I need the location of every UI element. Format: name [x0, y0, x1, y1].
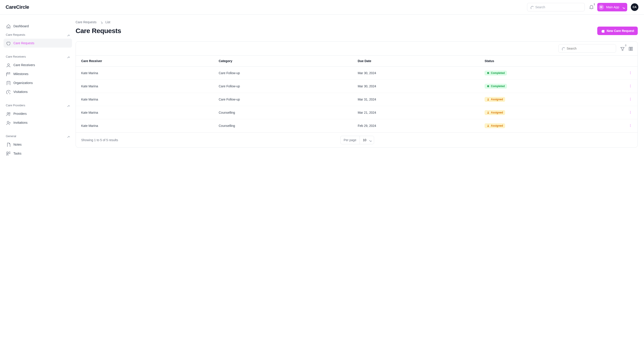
dots-vertical-icon [628, 97, 632, 101]
chevron-right-icon [99, 20, 103, 24]
status-badge: Assigned [484, 110, 505, 115]
global-search[interactable] [527, 3, 585, 11]
heart-icon [6, 41, 10, 45]
cell-due-date: Feb 29, 2024 [352, 119, 480, 133]
home-icon [6, 24, 10, 28]
app-switcher[interactable]: M Main App [597, 3, 627, 11]
sidebar-item-milestones[interactable]: Milestones [4, 69, 72, 78]
filter-button[interactable]: 0 [620, 46, 624, 51]
table-row[interactable]: Kate MarinaCounsellingMar 21, 2024Assign… [76, 106, 638, 119]
row-actions-button[interactable] [628, 111, 632, 115]
global-search-input[interactable] [535, 5, 582, 9]
user-icon [487, 98, 490, 101]
table-search-input[interactable] [567, 47, 613, 50]
building-icon [6, 81, 10, 85]
sidebar-item-label: Providers [14, 112, 26, 116]
column-header[interactable]: Status [479, 56, 623, 67]
search-icon [561, 47, 565, 50]
page-title: Care Requests [76, 27, 121, 35]
dots-vertical-icon [628, 71, 632, 75]
users-icon [6, 111, 10, 116]
row-actions-button[interactable] [628, 98, 632, 102]
filter-icon [620, 46, 624, 51]
svg-point-19 [487, 72, 489, 74]
cell-due-date: Mar 30, 2024 [352, 67, 480, 80]
sidebar-item-care-receivers[interactable]: Care Receivers [4, 60, 72, 69]
status-badge: Completed [484, 84, 507, 89]
sidebar-item-label: Tasks [14, 152, 22, 155]
cell-receiver: Kate Marina [76, 80, 213, 93]
dots-vertical-icon [628, 84, 632, 88]
app-switch-label: Main App [606, 5, 619, 9]
user-icon [487, 111, 490, 114]
cell-status: Assigned [479, 119, 623, 133]
table-row[interactable]: Kate MarinaCare Follow-upMar 30, 2024Com… [76, 80, 638, 93]
cell-due-date: Mar 21, 2024 [352, 106, 480, 119]
sidebar-section-label: Care Receivers [6, 55, 26, 58]
sidebar-item-label: Invitations [14, 121, 28, 124]
column-header[interactable]: Due Date [352, 56, 480, 67]
sidebar-item-visitations[interactable]: Visitations [4, 87, 72, 96]
calendar-icon [6, 72, 10, 76]
row-actions-button[interactable] [628, 124, 632, 128]
sidebar-section-header[interactable]: Care Providers [4, 101, 72, 109]
cell-status: Assigned [479, 106, 623, 119]
user-avatar[interactable]: CA [631, 3, 638, 11]
breadcrumb-parent[interactable]: Care Requests [76, 20, 96, 24]
sidebar-section-header[interactable]: Care Receivers [4, 52, 72, 60]
cell-category: Care Follow-up [213, 80, 352, 93]
sidebar-item-label: Milestones [14, 72, 28, 76]
sidebar-item-dashboard[interactable]: Dashboard [4, 22, 72, 31]
column-header[interactable]: Care Receiver [76, 56, 213, 67]
row-actions-button[interactable] [628, 72, 632, 75]
main: Care Requests List Care Requests New Car… [76, 14, 644, 352]
new-care-request-button[interactable]: New Care Request [597, 26, 638, 35]
app-switch-badge: M [598, 4, 604, 10]
notifications-button[interactable]: 1 [588, 4, 594, 10]
new-button-label: New Care Request [607, 29, 634, 33]
sidebar-item-notes[interactable]: Notes [4, 140, 72, 149]
sidebar-item-label: Notes [14, 143, 22, 146]
clock-icon [6, 90, 10, 94]
sidebar-item-organizations[interactable]: Organizations [4, 78, 72, 87]
sidebar-section-header[interactable]: General [4, 132, 72, 140]
columns-button[interactable] [628, 46, 633, 51]
dots-vertical-icon [628, 111, 632, 114]
columns-icon [628, 46, 633, 51]
sidebar-item-invitations[interactable]: Invitations [4, 118, 72, 127]
sidebar-section-label: General [6, 135, 16, 138]
cell-category: Counselling [213, 119, 352, 133]
chevron-up-icon [66, 33, 70, 36]
cell-receiver: Kate Marina [76, 119, 213, 133]
cell-receiver: Kate Marina [76, 93, 213, 106]
sidebar-item-providers[interactable]: Providers [4, 109, 72, 118]
sidebar-section-label: Care Providers [6, 104, 25, 107]
table-row[interactable]: Kate MarinaCare Follow-upMar 30, 2024Com… [76, 67, 638, 80]
svg-point-20 [487, 85, 489, 87]
table-row[interactable]: Kate MarinaCare Follow-upMar 31, 2024Ass… [76, 93, 638, 106]
sidebar-item-label: Care Receivers [14, 63, 35, 67]
sidebar-item-tasks[interactable]: Tasks [4, 149, 72, 158]
svg-point-23 [488, 125, 488, 126]
column-header[interactable]: Category [213, 56, 352, 67]
cell-category: Care Follow-up [213, 93, 352, 106]
row-actions-button[interactable] [628, 85, 632, 88]
status-badge: Assigned [484, 123, 505, 128]
table-search[interactable] [558, 44, 616, 53]
chevron-down-icon [368, 138, 372, 142]
results-summary: Showing 1 to 5 of 5 results [81, 138, 118, 142]
sidebar-item-label: Organizations [14, 81, 33, 85]
svg-point-21 [488, 99, 488, 99]
table-row[interactable]: Kate MarinaCounsellingFeb 29, 2024Assign… [76, 119, 638, 133]
sidebar-section-label: Care Requests [6, 33, 25, 36]
sidebar-item-care-requests[interactable]: Care Requests [4, 39, 72, 48]
per-page-selector[interactable]: Per page 10 [340, 136, 374, 144]
heart-icon [601, 29, 604, 33]
doc-icon [6, 142, 10, 147]
brand-logo[interactable]: CareCircle [6, 4, 29, 10]
sidebar-section-header[interactable]: Care Requests [4, 31, 72, 39]
per-page-value: 10 [363, 138, 366, 142]
dots-vertical-icon [628, 124, 632, 127]
cell-category: Care Follow-up [213, 67, 352, 80]
svg-point-22 [488, 112, 488, 113]
